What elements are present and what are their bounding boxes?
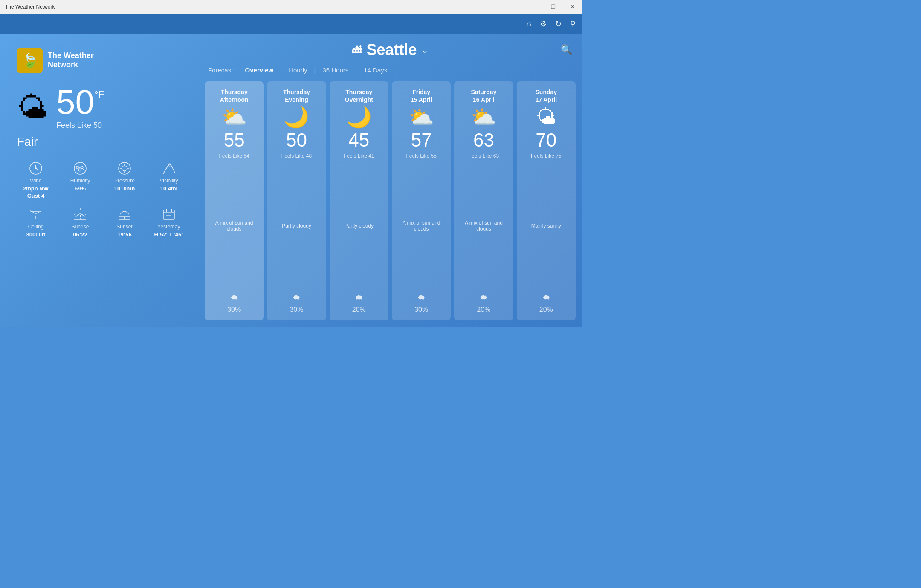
pressure-label: Pressure <box>114 178 135 184</box>
yesterday-value: H:52° L:45° <box>154 231 184 239</box>
stat-pressure: Pressure 1010mb <box>106 161 143 200</box>
humidity-icon <box>72 161 88 176</box>
logo-icon: 🍃 <box>21 52 38 69</box>
svg-rect-20 <box>31 210 41 212</box>
card-period-3: Friday15 April <box>411 88 432 104</box>
city-selector[interactable]: 🏙 Seattle ⌄ <box>333 41 448 59</box>
main-content: 🍃 The Weather Network 🌤 50 °F Feels Like… <box>0 34 582 327</box>
pressure-icon <box>117 161 132 176</box>
ceiling-icon <box>28 207 43 222</box>
stat-visibility: Visibility 10.4mi <box>150 161 188 200</box>
card-temp-4: 63 <box>473 131 494 150</box>
sunset-icon <box>117 207 132 222</box>
forecast-card-0: ThursdayAfternoon ⛅ 55 Feels Like 54 A m… <box>205 81 264 320</box>
pin-icon[interactable]: ⚲ <box>570 19 576 29</box>
titlebar: The Weather Network — ❐ ✕ <box>0 0 582 14</box>
minimize-button[interactable]: — <box>524 0 543 14</box>
chevron-down-icon: ⌄ <box>421 45 429 55</box>
stat-wind: Wind 2mph NWGust 4 <box>17 161 55 200</box>
svg-point-7 <box>78 169 81 171</box>
svg-line-18 <box>171 166 175 173</box>
right-panel: 🏙 Seattle ⌄ 🔍 Forecast: Overview | Hourl… <box>205 34 582 327</box>
card-feels-0: Feels Like 54 <box>219 153 249 159</box>
card-period-5: Sunday17 April <box>535 88 557 104</box>
card-precip-0: 30% <box>227 306 241 314</box>
forecast-card-2: ThursdayOvernight 🌙 45 Feels Like 41 Par… <box>330 81 388 320</box>
card-temp-3: 57 <box>411 131 432 150</box>
card-rain-icon-5: 🌧 <box>542 293 550 303</box>
tab-overview[interactable]: Overview <box>240 64 279 76</box>
card-rain-icon-1: 🌧 <box>292 293 301 303</box>
window-controls: — ❐ ✕ <box>524 0 582 14</box>
card-precip-2: 20% <box>352 306 366 314</box>
app-title: The Weather Network <box>5 4 55 10</box>
humidity-value: 69% <box>75 185 86 193</box>
card-feels-5: Feels Like 75 <box>531 153 561 159</box>
visibility-icon <box>161 161 177 176</box>
card-feels-3: Feels Like 55 <box>406 153 436 159</box>
forecast-card-3: Friday15 April ⛅ 57 Feels Like 55 A mix … <box>392 81 451 320</box>
card-period-4: Saturday16 April <box>471 88 497 104</box>
stat-ceiling: Ceiling 30000ft <box>17 207 55 239</box>
svg-rect-31 <box>163 210 174 219</box>
home-icon[interactable]: ⌂ <box>527 20 531 29</box>
sunset-label: Sunset <box>116 224 132 230</box>
current-weather-icon: 🌤 <box>17 92 48 123</box>
logo-area: 🍃 The Weather Network <box>17 48 188 73</box>
stats-grid: Wind 2mph NWGust 4 Humidity 69% <box>17 161 188 239</box>
temperature-value: 50 <box>56 85 94 119</box>
city-name: Seattle <box>366 41 417 59</box>
ceiling-value: 30000ft <box>26 231 46 239</box>
sunrise-value: 06:22 <box>73 231 87 239</box>
card-period-0: ThursdayAfternoon <box>220 88 249 104</box>
card-desc-0: A mix of sun and clouds <box>208 162 260 289</box>
forecast-cards: ThursdayAfternoon ⛅ 55 Feels Like 54 A m… <box>205 81 576 320</box>
search-icon[interactable]: 🔍 <box>561 44 572 55</box>
settings-icon[interactable]: ⚙ <box>540 19 547 29</box>
svg-point-10 <box>122 166 127 171</box>
sunrise-label: Sunrise <box>72 224 89 230</box>
sunrise-icon <box>72 207 88 222</box>
sunset-value: 19:56 <box>117 231 131 239</box>
wind-icon <box>28 161 43 176</box>
card-weather-icon-5: 🌤 <box>536 107 556 127</box>
svg-line-15 <box>163 166 168 174</box>
card-precip-1: 30% <box>290 306 303 314</box>
condition-text: Fair <box>17 135 188 149</box>
card-feels-4: Feels Like 63 <box>469 153 499 159</box>
card-period-2: ThursdayOvernight <box>345 88 373 104</box>
feels-like-text: Feels Like 50 <box>56 121 104 130</box>
temperature-display: 50 °F <box>56 85 104 119</box>
left-panel: 🍃 The Weather Network 🌤 50 °F Feels Like… <box>0 34 205 327</box>
tab-14days[interactable]: 14 Days <box>359 64 392 76</box>
close-button[interactable]: ✕ <box>563 0 582 14</box>
tab-36hours[interactable]: 36 Hours <box>317 64 353 76</box>
stat-yesterday: Yesterday H:52° L:45° <box>150 207 188 239</box>
yesterday-label: Yesterday <box>158 224 180 230</box>
card-temp-2: 45 <box>348 131 369 150</box>
card-weather-icon-1: 🌙 <box>284 107 309 127</box>
ceiling-label: Ceiling <box>28 224 44 230</box>
forecast-header: 🏙 Seattle ⌄ 🔍 <box>205 41 576 59</box>
card-weather-icon-4: ⛅ <box>471 107 496 127</box>
visibility-value: 10.4mi <box>160 185 177 193</box>
maximize-button[interactable]: ❐ <box>543 0 563 14</box>
logo-box: 🍃 <box>17 48 43 73</box>
card-rain-icon-4: 🌧 <box>479 293 488 303</box>
current-weather: 🌤 50 °F Feels Like 50 <box>17 85 188 130</box>
refresh-icon[interactable]: ↻ <box>555 19 562 29</box>
pressure-value: 1010mb <box>114 185 135 193</box>
card-temp-0: 55 <box>224 131 245 150</box>
svg-point-4 <box>74 162 86 174</box>
card-rain-icon-3: 🌧 <box>417 293 426 303</box>
visibility-label: Visibility <box>159 178 178 184</box>
logo-text: The Weather Network <box>48 51 94 69</box>
temperature-block: 50 °F Feels Like 50 <box>56 85 104 130</box>
card-precip-5: 20% <box>539 306 553 314</box>
card-rain-icon-2: 🌧 <box>355 293 363 303</box>
forecast-label: Forecast: <box>208 66 235 74</box>
wind-label: Wind <box>30 178 41 184</box>
stat-humidity: Humidity 69% <box>61 161 99 200</box>
tab-hourly[interactable]: Hourly <box>284 64 312 76</box>
card-desc-3: A mix of sun and clouds <box>395 162 447 289</box>
